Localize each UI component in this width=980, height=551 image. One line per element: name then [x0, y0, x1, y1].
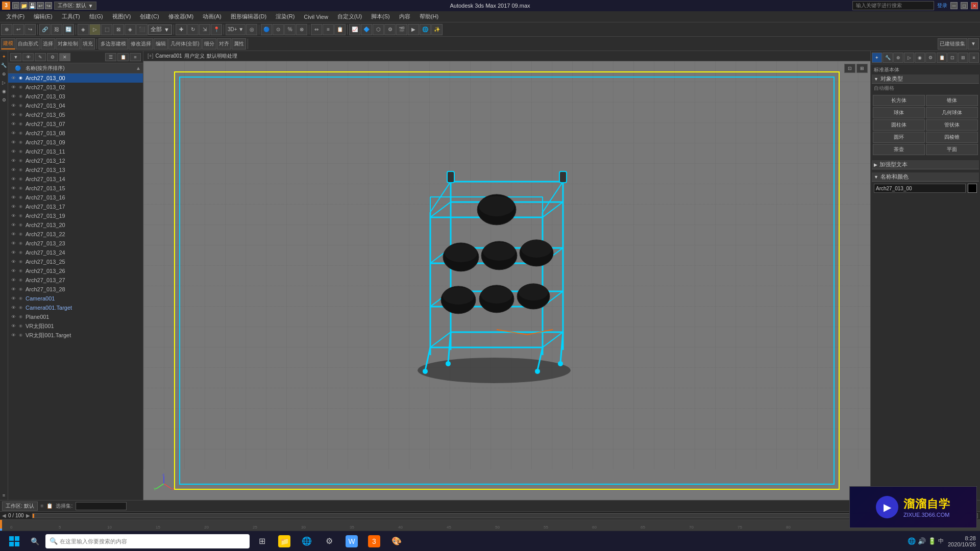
color-swatch[interactable] [968, 184, 977, 193]
move-btn[interactable]: ✚ [176, 24, 187, 35]
modify-sel-tab[interactable]: 修改选择 [129, 38, 153, 49]
close-btn[interactable]: ✕ [971, 2, 978, 9]
unlink-btn[interactable]: ⛓ [51, 24, 62, 35]
render-icon[interactable]: ◉ [17, 268, 23, 274]
named-sel-set[interactable]: 已建链接集 [938, 38, 967, 49]
render-icon[interactable]: ◉ [17, 84, 23, 90]
scene-custom-btn[interactable]: ⚙ [47, 53, 58, 61]
render-icon[interactable]: ◉ [17, 112, 23, 118]
tube-btn[interactable]: 管状体 [926, 119, 978, 131]
box-btn[interactable]: 长方体 [873, 95, 925, 106]
render-icon[interactable]: ◉ [17, 286, 23, 292]
render-icon[interactable]: ◉ [17, 277, 23, 283]
rect-select-btn[interactable]: ⬚ [101, 24, 112, 35]
hierarchy-btn[interactable]: ⊕ [1, 70, 8, 78]
app-btn-2[interactable]: 3 [364, 532, 384, 550]
scene-item[interactable]: 👁◉VR太阳001 [8, 321, 143, 331]
spinner-snap[interactable]: ⊗ [296, 24, 307, 35]
filter-combo[interactable]: ▼ [968, 38, 979, 49]
bind-btn[interactable]: 🔄 [63, 24, 74, 35]
timeline-track[interactable]: 0 5 10 15 20 25 30 35 40 45 50 55 60 65 … [0, 520, 980, 531]
render-icon[interactable]: ◉ [17, 167, 23, 173]
new-btn[interactable]: □ [12, 2, 19, 9]
panel-icon-extra3[interactable]: ⊞ [958, 53, 968, 63]
battery-icon[interactable]: 🔋 [928, 537, 936, 545]
scene-item[interactable]: 👁◉Camera001.Target [8, 303, 143, 312]
render-icon[interactable]: ◉ [17, 323, 23, 329]
app-btn-1[interactable]: W [341, 532, 362, 550]
render-icon[interactable]: ◉ [17, 240, 23, 246]
scene-item[interactable]: 👁◉Arch27_013_09 [8, 138, 143, 147]
select-obj-btn[interactable]: ▷ [89, 24, 101, 35]
taskbar-search-input[interactable] [60, 538, 246, 544]
sphere-btn[interactable]: 球体 [873, 107, 925, 118]
lang-icon[interactable]: 中 [938, 537, 944, 545]
visibility-icon[interactable]: 👁 [10, 323, 16, 329]
render-icon[interactable]: ◉ [17, 158, 23, 164]
render-icon[interactable]: ◉ [17, 93, 23, 99]
taskbar-clock[interactable]: 8:28 2020/10/26 [948, 535, 976, 547]
display-btn[interactable]: ◉ [1, 88, 8, 95]
timeline-right-arrow[interactable]: ▶ [26, 513, 30, 518]
visibility-icon[interactable]: 👁 [10, 103, 16, 109]
viewport-plus-btn[interactable]: [+] [148, 53, 153, 59]
render-icon[interactable]: ◉ [17, 204, 23, 210]
scene-sort-label[interactable]: 名称(按升序排序) [26, 65, 136, 72]
scene-item[interactable]: 👁◉Arch27_013_00 [8, 73, 143, 83]
select-filter-btn[interactable]: ◈ [78, 24, 89, 35]
scene-item[interactable]: 👁◉Arch27_013_17 [8, 202, 143, 211]
pyramid-btn[interactable]: 四棱锥 [926, 132, 978, 143]
select-similar-btn[interactable]: ◈ [125, 24, 136, 35]
visibility-icon[interactable]: 👁 [10, 314, 16, 320]
scene-icon-b[interactable]: 📋 [117, 53, 129, 61]
menu-animation[interactable]: 动画(A) [199, 12, 226, 21]
render-icon[interactable]: ◉ [17, 185, 23, 191]
workarea-icon2[interactable]: 📋 [46, 503, 53, 509]
menu-render[interactable]: 渲染(R) [272, 12, 299, 21]
visibility-icon[interactable]: 👁 [10, 222, 16, 228]
visibility-icon[interactable]: 👁 [10, 176, 16, 182]
display-panel-icon[interactable]: ◉ [915, 53, 925, 63]
render-icon[interactable]: ◉ [17, 139, 23, 145]
visibility-icon[interactable]: 👁 [10, 240, 16, 246]
viewport-user-def[interactable]: 用户定义 [184, 53, 205, 60]
hierarchy-panel-icon[interactable]: ⊕ [893, 53, 903, 63]
render-icon[interactable]: ◉ [17, 130, 23, 136]
render-icon[interactable]: ◉ [17, 332, 23, 338]
undo-toolbar-btn[interactable]: ↩ [13, 24, 24, 35]
menu-script[interactable]: 脚本(S) [367, 12, 394, 21]
visibility-icon[interactable]: 👁 [10, 231, 16, 237]
zoom-region-btn[interactable]: ⊞ [856, 64, 868, 73]
visibility-icon[interactable]: 👁 [10, 167, 16, 173]
scene-item[interactable]: 👁◉Arch27_013_24 [8, 248, 143, 257]
panel-icon-extra2[interactable]: ⊡ [947, 53, 958, 63]
workspace-dropdown[interactable]: 工作区: 默认 ▼ [54, 2, 96, 10]
percent-snap[interactable]: % [284, 24, 296, 35]
scene-icon-c[interactable]: ≡ [130, 53, 141, 61]
render-icon[interactable]: ◉ [17, 314, 23, 320]
viewport-canvas[interactable]: X Y Z ⊡ ⊞ [143, 61, 870, 500]
angle-snap[interactable]: ⊙ [273, 24, 284, 35]
render-icon[interactable]: ◉ [17, 259, 23, 265]
visibility-icon[interactable]: 👁 [10, 84, 16, 90]
volume-icon[interactable]: 🔊 [918, 537, 926, 545]
align-tab[interactable]: 对齐 [217, 38, 231, 49]
scene-edit-btn[interactable]: ✎ [35, 53, 46, 61]
scene-icon-a[interactable]: ☰ [105, 53, 116, 61]
menu-create[interactable]: 创建(C) [136, 12, 163, 21]
render-icon[interactable]: ◉ [17, 176, 23, 182]
pivot-btn[interactable]: ◎ [246, 24, 257, 35]
scene-item[interactable]: 👁◉VR太阳001.Target [8, 331, 143, 340]
visibility-icon[interactable]: 👁 [10, 158, 16, 164]
properties-tab[interactable]: 属性 [232, 38, 246, 49]
render-icon[interactable]: ◉ [17, 75, 23, 81]
place-btn[interactable]: 📍 [211, 24, 222, 35]
menu-edit[interactable]: 编辑(E) [30, 12, 57, 21]
create-tab[interactable]: 建模 [1, 38, 15, 49]
scene-item[interactable]: 👁◉Arch27_013_23 [8, 239, 143, 248]
render-icon[interactable]: ◉ [17, 295, 23, 302]
populate-tab[interactable]: 填充 [81, 38, 95, 49]
cylinder-btn[interactable]: 圆柱体 [873, 119, 925, 131]
visibility-icon[interactable]: 👁 [10, 148, 16, 155]
search-btn[interactable]: 🔍 [27, 532, 43, 550]
